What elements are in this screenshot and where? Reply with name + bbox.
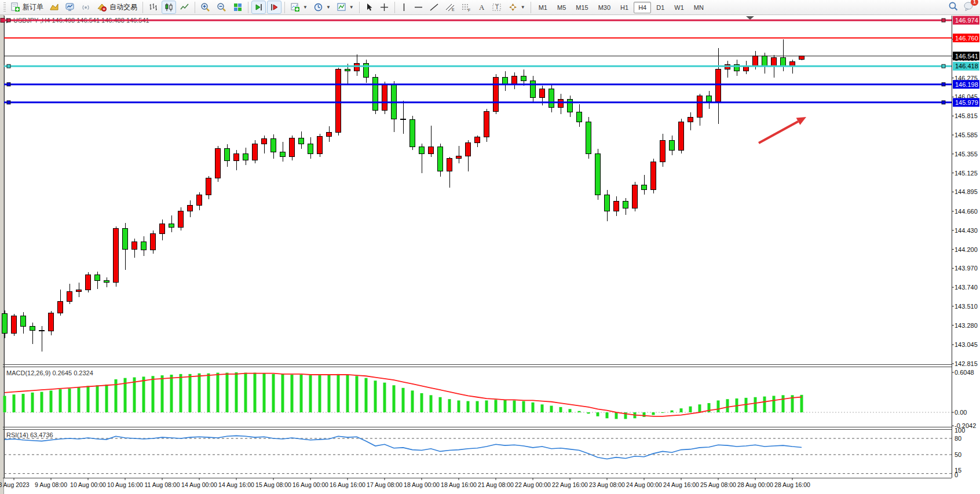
shapes-button[interactable]: ▼ (506, 1, 528, 14)
chart-shift-marker[interactable] (746, 16, 754, 20)
cursor-button[interactable] (363, 1, 376, 14)
notifications-button[interactable]: 1 (963, 1, 974, 13)
timeframe-W1[interactable]: W1 (670, 2, 689, 13)
macd-histogram-bar (291, 375, 294, 412)
candle (512, 72, 517, 89)
separator (284, 2, 285, 13)
macd-histogram-bar (142, 376, 145, 412)
line-right-handle[interactable] (942, 101, 945, 104)
macd-histogram-bar (467, 401, 470, 412)
price-label-text: 146.541 (955, 53, 978, 60)
candlestick-button[interactable] (162, 1, 176, 14)
timeframe-M1[interactable]: M1 (534, 2, 552, 13)
candle-body (660, 140, 665, 162)
candle-body (781, 58, 786, 66)
candle-body (76, 290, 82, 291)
zoom-out-icon (217, 2, 227, 12)
timeframe-H4[interactable]: H4 (634, 2, 651, 13)
candle (429, 126, 434, 157)
line-right-handle[interactable] (942, 64, 945, 68)
candle-body (475, 137, 480, 143)
macd-histogram-bar (699, 404, 701, 412)
candle (280, 142, 286, 162)
macd-histogram-bar (235, 372, 238, 412)
trendline-button[interactable] (427, 1, 441, 14)
line-left-handle[interactable] (7, 101, 10, 104)
notification-badge: 1 (971, 0, 978, 6)
candle (447, 157, 452, 188)
indicators-button[interactable]: ▼ (288, 1, 310, 14)
text-label-button[interactable]: T (489, 1, 504, 14)
rsi-axis-label: 100 (955, 427, 965, 434)
chevron-down-icon: ▼ (349, 5, 354, 10)
candle (660, 134, 665, 167)
line-left-handle[interactable] (7, 64, 10, 68)
line-right-handle[interactable] (942, 19, 945, 22)
candle (114, 226, 119, 287)
arrow-annotation[interactable] (759, 117, 806, 143)
arrow-line[interactable] (759, 122, 798, 143)
zoom-out-button[interactable] (214, 1, 229, 14)
macd-histogram-bar (643, 412, 646, 417)
signals-button[interactable] (79, 1, 93, 14)
time-tick-label: 24 Aug 16:00 (663, 481, 699, 488)
price-line-146.418[interactable] (4, 64, 952, 68)
last-price-label: 146.541 (953, 52, 979, 60)
candle-body (95, 275, 100, 281)
timeframe-M15[interactable]: M15 (571, 2, 593, 13)
horizontal-line-button[interactable] (411, 1, 426, 14)
zoom-in-button[interactable] (198, 1, 213, 14)
line-chart-button[interactable] (177, 1, 192, 14)
search-icon[interactable] (948, 1, 959, 13)
auto-trading-button[interactable]: 自动交易 (94, 1, 140, 14)
line-left-handle[interactable] (1, 19, 5, 23)
auto-scroll-button[interactable] (251, 1, 266, 14)
chat-icon (963, 5, 974, 13)
chart-shift-icon (269, 2, 279, 12)
candle (354, 54, 360, 76)
timeframe-M30[interactable]: M30 (594, 2, 615, 13)
candle-body (540, 89, 545, 97)
separator (359, 2, 360, 13)
chart-canvas[interactable]: USDJPY ,H4 146.498 146.541 146.488 146.5… (0, 0, 980, 494)
text-button[interactable]: A (475, 1, 488, 14)
candle (151, 230, 156, 254)
market-watch-button[interactable] (63, 1, 78, 14)
candle (234, 150, 239, 170)
timeframe-D1[interactable]: D1 (652, 2, 669, 13)
bar-chart-button[interactable] (146, 1, 160, 14)
crosshair-button[interactable] (377, 1, 392, 14)
macd-histogram-bar (504, 400, 507, 412)
chart-shift-button[interactable] (267, 1, 281, 14)
profiles-button[interactable] (47, 1, 61, 14)
macd-histogram-bar (680, 408, 683, 412)
fibonacci-button[interactable]: F (459, 1, 474, 14)
new-order-button[interactable]: 新订单 (8, 1, 46, 14)
candle-body (531, 81, 536, 98)
macd-histogram-bar (198, 374, 201, 412)
candle (558, 94, 564, 114)
timeframe-H1[interactable]: H1 (616, 2, 633, 13)
line-right-handle[interactable] (942, 83, 945, 86)
svg-text:A: A (479, 3, 485, 12)
channel-button[interactable]: E (443, 1, 458, 14)
candle-body (141, 242, 147, 250)
candle-body (382, 84, 387, 111)
macd-histogram-bar (87, 386, 90, 412)
timeframe-M5[interactable]: M5 (553, 2, 571, 13)
line-left-handle[interactable] (7, 83, 10, 86)
templates-button[interactable]: ▼ (334, 1, 356, 14)
price-tick-label: 144.660 (955, 208, 978, 215)
line-left-handle[interactable] (7, 19, 10, 22)
price-line-145.979[interactable] (4, 101, 952, 104)
macd-histogram-bar (374, 380, 377, 412)
vertical-line-button[interactable] (398, 1, 410, 14)
auto-trading-label: 自动交易 (109, 2, 137, 12)
time-tick-label: 22 Aug 00:00 (515, 481, 551, 488)
macd-histogram-bar (411, 390, 414, 412)
tile-windows-button[interactable] (231, 1, 245, 14)
candle (475, 136, 480, 147)
price-line-146.198[interactable] (4, 83, 952, 86)
periods-button[interactable]: ▼ (311, 1, 333, 14)
timeframe-MN[interactable]: MN (689, 2, 708, 13)
